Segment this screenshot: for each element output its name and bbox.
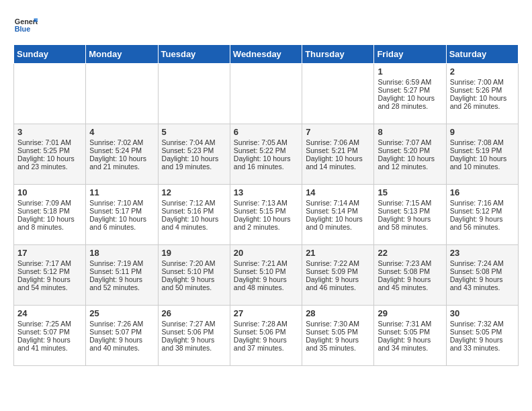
day-number: 27 [234,308,298,318]
day-number: 8 [378,127,442,137]
calendar-cell: 13Sunrise: 7:13 AMSunset: 5:15 PMDayligh… [230,185,302,245]
day-info: Sunset: 5:06 PM [234,328,298,336]
calendar-cell: 2Sunrise: 7:00 AMSunset: 5:26 PMDaylight… [446,64,518,124]
day-info: Sunrise: 7:32 AM [450,320,515,328]
day-info: Sunrise: 7:07 AM [378,138,442,146]
day-info: Daylight: 9 hours and 40 minutes. [89,336,154,352]
day-info: Daylight: 9 hours and 33 minutes. [450,336,515,352]
calendar-cell: 3Sunrise: 7:01 AMSunset: 5:25 PMDaylight… [14,124,86,185]
day-info: Sunrise: 7:30 AM [306,320,370,328]
day-info: Sunrise: 7:12 AM [162,199,226,207]
day-number: 24 [17,308,82,318]
day-number: 15 [378,187,442,197]
day-number: 12 [162,187,226,197]
calendar-cell: 1Sunrise: 6:59 AMSunset: 5:27 PMDaylight… [374,64,446,124]
day-info: Sunrise: 7:08 AM [450,138,515,146]
day-info: Daylight: 10 hours and 10 minutes. [450,154,515,171]
day-info: Sunrise: 7:05 AM [234,138,298,146]
day-number: 23 [450,248,515,258]
calendar-cell [158,64,230,124]
day-info: Sunset: 5:23 PM [162,146,226,154]
day-info: Sunset: 5:22 PM [234,146,298,154]
day-info: Sunrise: 7:10 AM [89,199,154,207]
day-info: Sunrise: 7:19 AM [89,259,154,267]
calendar-cell: 26Sunrise: 7:27 AMSunset: 5:06 PMDayligh… [158,306,230,366]
calendar-cell: 25Sunrise: 7:26 AMSunset: 5:07 PMDayligh… [86,306,158,366]
calendar-table: SundayMondayTuesdayWednesdayThursdayFrid… [13,44,519,366]
day-number: 17 [17,248,82,258]
day-info: Daylight: 10 hours and 14 minutes. [306,154,370,171]
day-info: Daylight: 9 hours and 48 minutes. [234,275,298,291]
day-info: Sunset: 5:08 PM [378,267,442,275]
day-info: Sunset: 5:07 PM [89,328,154,336]
calendar-cell: 4Sunrise: 7:02 AMSunset: 5:24 PMDaylight… [86,124,158,185]
day-info: Sunrise: 7:31 AM [378,320,442,328]
calendar-cell: 17Sunrise: 7:17 AMSunset: 5:12 PMDayligh… [14,245,86,306]
calendar-cell: 19Sunrise: 7:20 AMSunset: 5:10 PMDayligh… [158,245,230,306]
day-info: Sunrise: 7:02 AM [89,138,154,146]
day-info: Daylight: 9 hours and 38 minutes. [162,336,226,352]
day-number: 14 [306,187,370,197]
day-info: Daylight: 10 hours and 4 minutes. [162,215,226,231]
calendar-cell: 28Sunrise: 7:30 AMSunset: 5:05 PMDayligh… [302,306,374,366]
day-info: Daylight: 10 hours and 2 minutes. [234,215,298,231]
day-info: Sunrise: 7:26 AM [89,320,154,328]
day-info: Sunrise: 6:59 AM [378,78,442,86]
day-number: 5 [162,127,226,137]
day-info: Daylight: 9 hours and 54 minutes. [17,275,82,291]
day-info: Sunset: 5:05 PM [306,328,370,336]
calendar-cell: 8Sunrise: 7:07 AMSunset: 5:20 PMDaylight… [374,124,446,185]
day-info: Sunrise: 7:01 AM [17,138,82,146]
day-info: Daylight: 9 hours and 43 minutes. [450,275,515,291]
day-header-wednesday: Wednesday [230,45,302,64]
calendar-cell [14,64,86,124]
day-info: Sunset: 5:26 PM [450,86,515,94]
day-info: Daylight: 9 hours and 46 minutes. [306,275,370,291]
day-number: 9 [450,127,515,137]
day-number: 18 [89,248,154,258]
day-info: Sunset: 5:24 PM [89,146,154,154]
day-info: Sunrise: 7:14 AM [306,199,370,207]
day-info: Daylight: 9 hours and 37 minutes. [234,336,298,352]
day-number: 28 [306,308,370,318]
day-number: 11 [89,187,154,197]
day-info: Sunrise: 7:27 AM [162,320,226,328]
day-info: Sunrise: 7:28 AM [234,320,298,328]
day-info: Sunset: 5:05 PM [378,328,442,336]
day-info: Daylight: 10 hours and 28 minutes. [378,94,442,110]
day-number: 13 [234,187,298,197]
calendar-cell: 16Sunrise: 7:16 AMSunset: 5:12 PMDayligh… [446,185,518,245]
day-number: 22 [378,248,442,258]
day-info: Daylight: 9 hours and 45 minutes. [378,275,442,291]
logo: General Blue [13,13,38,38]
day-info: Sunset: 5:06 PM [162,328,226,336]
day-info: Sunset: 5:16 PM [162,207,226,215]
calendar-header: SundayMondayTuesdayWednesdayThursdayFrid… [14,45,519,64]
day-number: 20 [234,248,298,258]
day-info: Daylight: 10 hours and 6 minutes. [89,215,154,231]
calendar-cell: 12Sunrise: 7:12 AMSunset: 5:16 PMDayligh… [158,185,230,245]
day-info: Sunset: 5:25 PM [17,146,82,154]
day-number: 4 [89,127,154,137]
day-info: Sunrise: 7:16 AM [450,199,515,207]
calendar-cell: 15Sunrise: 7:15 AMSunset: 5:13 PMDayligh… [374,185,446,245]
day-info: Sunset: 5:19 PM [450,146,515,154]
day-info: Sunset: 5:21 PM [306,146,370,154]
day-number: 16 [450,187,515,197]
calendar-cell: 14Sunrise: 7:14 AMSunset: 5:14 PMDayligh… [302,185,374,245]
day-info: Sunset: 5:15 PM [234,207,298,215]
day-info: Sunrise: 7:20 AM [162,259,226,267]
calendar-cell: 5Sunrise: 7:04 AMSunset: 5:23 PMDaylight… [158,124,230,185]
day-header-monday: Monday [86,45,158,64]
day-info: Daylight: 9 hours and 34 minutes. [378,336,442,352]
day-info: Daylight: 9 hours and 56 minutes. [450,215,515,231]
day-info: Sunrise: 7:22 AM [306,259,370,267]
day-info: Sunset: 5:20 PM [378,146,442,154]
day-info: Daylight: 10 hours and 19 minutes. [162,154,226,171]
calendar-cell: 6Sunrise: 7:05 AMSunset: 5:22 PMDaylight… [230,124,302,185]
day-info: Daylight: 9 hours and 52 minutes. [89,275,154,291]
calendar-cell: 23Sunrise: 7:24 AMSunset: 5:08 PMDayligh… [446,245,518,306]
day-info: Daylight: 10 hours and 0 minutes. [306,215,370,231]
day-info: Sunset: 5:14 PM [306,207,370,215]
day-info: Sunset: 5:18 PM [17,207,82,215]
